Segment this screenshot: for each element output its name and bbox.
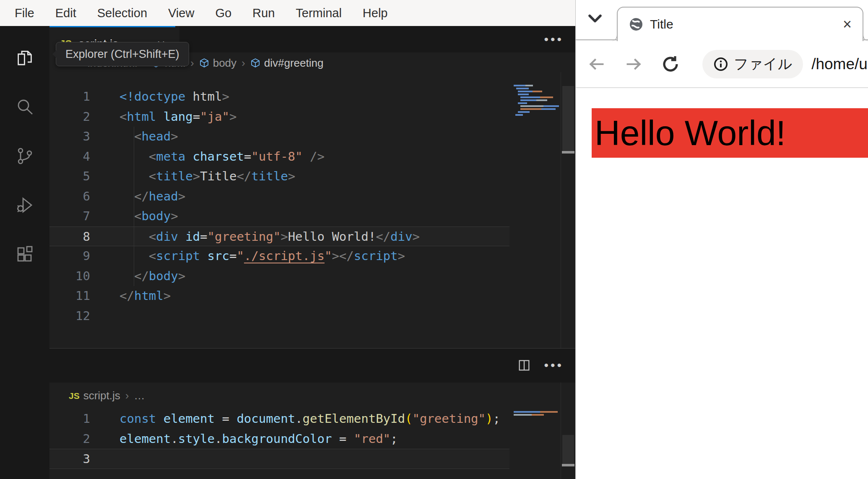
run-debug-button[interactable]: [0, 180, 49, 229]
activity-bar: [0, 26, 49, 479]
menu-go[interactable]: Go: [205, 6, 242, 20]
breadcrumb-item[interactable]: div#greeting: [264, 57, 324, 70]
line-number: 11: [49, 286, 90, 306]
line-number: 1: [49, 409, 90, 429]
line-number: 4: [49, 147, 90, 167]
line-number: 5: [49, 167, 90, 187]
split-editor-icon[interactable]: [517, 358, 531, 372]
tab-search-chevron-icon[interactable]: [586, 13, 604, 25]
menu-edit[interactable]: Edit: [45, 6, 87, 20]
close-tab-icon[interactable]: ×: [843, 17, 852, 32]
address-bar[interactable]: /home/u: [811, 55, 868, 73]
tab-curve: [611, 35, 618, 41]
explorer-tooltip: Explorer (Ctrl+Shift+E): [56, 42, 189, 66]
code-line[interactable]: 3 <head>: [49, 127, 509, 147]
line-number: 6: [49, 187, 90, 207]
breadcrumb-separator: ›: [125, 389, 129, 402]
code-line[interactable]: 5 <title>Title</title>: [49, 167, 509, 187]
menu-run[interactable]: Run: [242, 6, 285, 20]
tab-title: Title: [650, 17, 673, 31]
code-text: </body>: [90, 266, 185, 286]
line-number: 8: [49, 227, 90, 246]
code-line[interactable]: 3: [49, 449, 509, 469]
code-line[interactable]: 2<html lang="ja">: [49, 107, 509, 127]
code-text: <!doctype html>: [90, 87, 229, 107]
code-line[interactable]: 6 </head>: [49, 187, 509, 207]
code-text: const element = document.getElementById(…: [90, 409, 500, 429]
menu-help[interactable]: Help: [352, 6, 398, 20]
forward-button[interactable]: [624, 55, 644, 74]
code-line[interactable]: 4 <meta charset="utf-8" />: [49, 147, 509, 167]
chip-label: ファイル: [734, 55, 792, 74]
browser-tabstrip: Title ×: [576, 0, 868, 40]
code-text: <meta charset="utf-8" />: [90, 147, 325, 167]
code-line[interactable]: 9 <script src="./script.js"></script>: [49, 246, 509, 266]
breadcrumb-item[interactable]: body: [213, 57, 236, 70]
code-text: element.style.backgroundColor = "red";: [90, 429, 398, 449]
source-control-button[interactable]: [0, 131, 49, 180]
minimap[interactable]: [514, 411, 562, 417]
code-line[interactable]: 12: [49, 306, 509, 326]
breadcrumb-item[interactable]: …: [134, 389, 145, 402]
code-text: <body>: [90, 206, 178, 226]
code-text: <script src="./script.js"></script>: [90, 246, 405, 266]
code-text: <title>Title</title>: [90, 167, 295, 187]
search-button[interactable]: [0, 82, 49, 131]
code-line[interactable]: 1const element = document.getElementById…: [49, 409, 509, 429]
symbol-cube-icon: [250, 58, 260, 68]
code-line[interactable]: 10 </body>: [49, 266, 509, 286]
menu-selection[interactable]: Selection: [87, 6, 158, 20]
breadcrumb-item[interactable]: script.js: [83, 389, 120, 402]
line-number: 2: [49, 429, 90, 449]
breadcrumb-separator: ›: [242, 57, 245, 70]
line-number: 12: [49, 306, 90, 326]
menu-file[interactable]: File: [4, 6, 45, 20]
search-icon: [15, 97, 35, 117]
site-info-chip[interactable]: ファイル: [702, 50, 803, 78]
code-text: [90, 306, 120, 326]
code-text: <html lang="ja">: [90, 107, 236, 127]
more-actions-icon[interactable]: •••: [544, 359, 564, 372]
code-line[interactable]: 1<!doctype html>: [49, 87, 509, 107]
greeting-text: Hello World!: [595, 113, 786, 154]
scrollbar[interactable]: [561, 383, 575, 479]
screenshot: FileEditSelectionViewGoRunTerminalHelp: [0, 0, 868, 479]
editor-area: ••• <>index.html›html›body›div#greeting …: [49, 26, 575, 479]
line-number: 3: [49, 127, 90, 147]
js-code-editor[interactable]: 1const element = document.getElementById…: [49, 409, 509, 469]
browser-tab-title[interactable]: Title ×: [617, 7, 863, 41]
line-number: 7: [49, 206, 90, 226]
extensions-button[interactable]: [0, 229, 49, 279]
code-text: </html>: [90, 286, 171, 306]
code-line[interactable]: 8 <div id="greeting">Hello World!</div>: [49, 226, 509, 247]
menu-view[interactable]: View: [158, 6, 205, 20]
menu-terminal[interactable]: Terminal: [285, 6, 352, 20]
vscode-window: FileEditSelectionViewGoRunTerminalHelp: [0, 0, 575, 479]
code-line[interactable]: 2element.style.backgroundColor = "red";: [49, 429, 509, 449]
info-icon: [713, 57, 728, 72]
extensions-icon: [15, 244, 35, 264]
code-text: </head>: [90, 187, 185, 207]
browser-toolbar: ファイル /home/u: [576, 41, 868, 88]
line-number: 10: [49, 266, 90, 286]
code-line[interactable]: 7 <body>: [49, 206, 509, 226]
scrollbar[interactable]: [561, 72, 575, 348]
globe-favicon: [629, 17, 644, 32]
run-debug-icon: [15, 195, 35, 215]
code-text: <head>: [90, 127, 178, 147]
reload-button[interactable]: [660, 54, 681, 74]
code-line[interactable]: 11</html>: [49, 286, 509, 306]
back-button[interactable]: [587, 55, 606, 74]
html-code-editor[interactable]: 1<!doctype html>2<html lang="ja">3 <head…: [49, 87, 509, 326]
url-text: /home/u: [811, 55, 868, 73]
minimap[interactable]: [514, 85, 562, 117]
js-file-icon: JS: [69, 391, 80, 401]
explorer-button[interactable]: [0, 33, 49, 82]
editor-tabstrip-bottom: [49, 348, 575, 383]
code-text: <div id="greeting">Hello World!</div>: [90, 227, 420, 246]
line-number: 2: [49, 107, 90, 127]
files-icon: [15, 48, 35, 68]
more-actions-icon[interactable]: •••: [544, 33, 564, 46]
line-number: 1: [49, 87, 90, 107]
code-text: [90, 449, 120, 469]
